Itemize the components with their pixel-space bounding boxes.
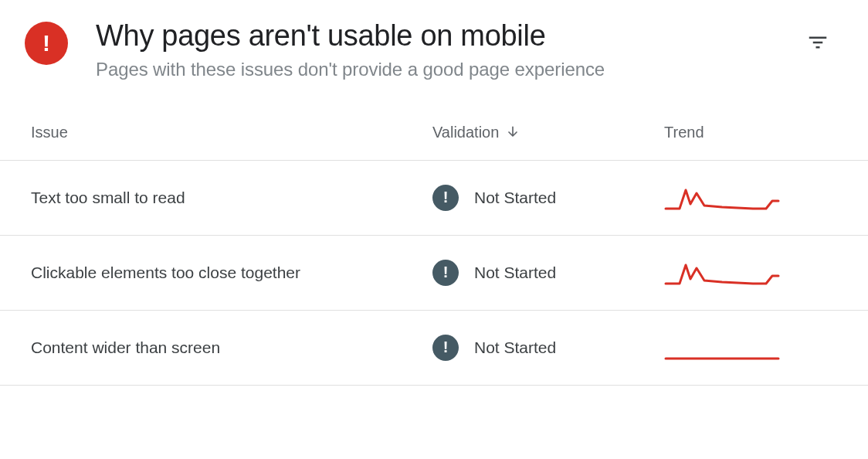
issue-name: Text too small to read <box>31 185 432 211</box>
page-subtitle: Pages with these issues don't provide a … <box>96 59 778 80</box>
trend-cell <box>664 332 837 363</box>
validation-cell: ! Not Started <box>432 185 664 211</box>
column-issue[interactable]: Issue <box>31 124 432 141</box>
validation-status: Not Started <box>474 338 556 357</box>
table-row[interactable]: Text too small to read ! Not Started <box>0 161 868 236</box>
validation-cell: ! Not Started <box>432 335 664 361</box>
page-title: Why pages aren't usable on mobile <box>96 19 778 54</box>
panel-header: ! Why pages aren't usable on mobile Page… <box>0 15 868 80</box>
status-not-started-icon: ! <box>432 335 459 361</box>
trend-cell <box>664 182 837 213</box>
table-row[interactable]: Content wider than screen ! Not Started <box>0 311 868 386</box>
column-validation[interactable]: Validation <box>432 124 664 141</box>
trend-sparkline <box>664 182 780 213</box>
trend-sparkline <box>664 332 780 363</box>
status-not-started-icon: ! <box>432 260 459 286</box>
column-validation-label: Validation <box>432 124 499 141</box>
validation-status: Not Started <box>474 189 556 207</box>
validation-status: Not Started <box>474 264 556 282</box>
validation-cell: ! Not Started <box>432 260 664 286</box>
filter-icon[interactable] <box>806 31 829 57</box>
trend-sparkline <box>664 257 780 288</box>
table-row[interactable]: Clickable elements too close together ! … <box>0 236 868 311</box>
sort-descending-icon <box>505 124 520 140</box>
table-header: Issue Validation Trend <box>0 124 868 161</box>
trend-cell <box>664 257 837 288</box>
issue-name: Content wider than screen <box>31 335 432 361</box>
error-icon: ! <box>25 22 68 65</box>
issue-name: Clickable elements too close together <box>31 260 432 286</box>
column-trend[interactable]: Trend <box>664 124 837 141</box>
issues-table: Issue Validation Trend Text too small to… <box>0 124 868 386</box>
status-not-started-icon: ! <box>432 185 459 211</box>
